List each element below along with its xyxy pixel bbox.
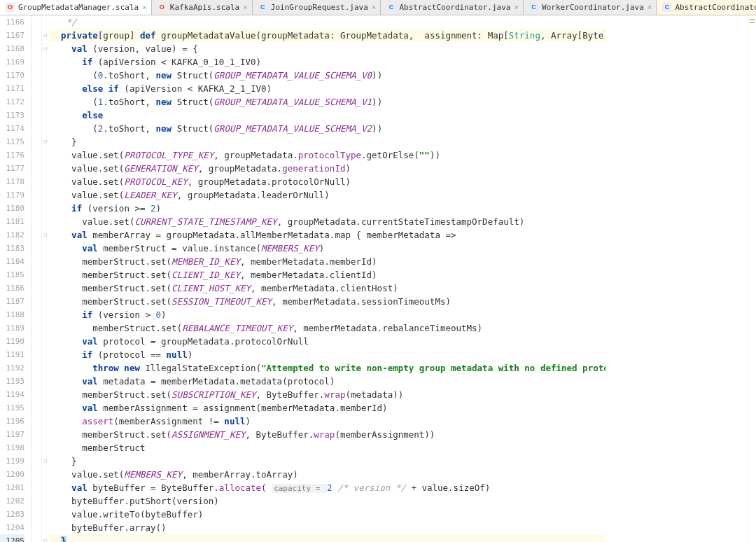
code-line[interactable]: memberStruct.set(CLIENT_HOST_KEY, member… — [49, 282, 748, 295]
line-number[interactable]: 1179 — [0, 188, 24, 202]
code-line[interactable]: memberStruct.set(ASSIGNMENT_KEY, ByteBuf… — [49, 428, 748, 441]
code-line[interactable]: val protocol = groupMetadata.protocolOrN… — [49, 335, 748, 348]
line-number[interactable]: 1194 — [0, 388, 24, 401]
tab-joingrouprequest-java[interactable]: CJoinGroupRequest.java× — [253, 0, 382, 15]
close-icon[interactable]: × — [648, 3, 652, 12]
code-line[interactable]: memberStruct.set(SUBSCRIPTION_KEY, ByteB… — [49, 388, 748, 401]
code-line[interactable]: (2.toShort, new Struct(GROUP_METADATA_VA… — [49, 122, 748, 135]
close-icon[interactable]: × — [514, 3, 519, 12]
code-line[interactable]: val (version, value) = { — [49, 42, 748, 55]
tab-workercoordinator-java[interactable]: CWorkerCoordinator.java× — [524, 0, 657, 15]
code-line[interactable]: value.set(LEADER_KEY, groupMetadata.lead… — [49, 188, 748, 202]
code-line[interactable]: value.set(CURRENT_STATE_TIMESTAMP_KEY, g… — [49, 215, 748, 228]
code-line[interactable]: } — [49, 135, 748, 148]
line-number[interactable]: 1169 — [0, 55, 24, 69]
code-line[interactable]: memberStruct.set(SESSION_TIMEOUT_KEY, me… — [49, 295, 748, 308]
java-file-icon: C — [529, 3, 538, 12]
line-number[interactable]: 1185 — [0, 268, 24, 282]
code-line[interactable]: if (version > 0) — [49, 308, 748, 321]
code-line[interactable]: throw new IllegalStateException("Attempt… — [49, 361, 748, 375]
line-number[interactable]: 1193 — [0, 375, 24, 388]
tab-abstractcoordinator-java[interactable]: CAbstractCoordinator.java× — [381, 0, 524, 15]
code-line[interactable]: value.set(PROTOCOL_KEY, groupMetadata.pr… — [49, 175, 748, 188]
code-line[interactable]: memberStruct.set(REBALANCE_TIMEOUT_KEY, … — [49, 321, 748, 335]
code-line[interactable]: else if (apiVersion < KAFKA_2_1_IV0) — [49, 82, 748, 95]
code-line[interactable]: memberStruct.set(MEMBER_ID_KEY, memberMe… — [49, 255, 748, 268]
line-number[interactable]: 1184 — [0, 255, 24, 268]
code-line[interactable]: byteBuffer.putShort(version) — [49, 494, 748, 508]
line-number[interactable]: 1172 — [0, 95, 24, 109]
code-line[interactable]: if (apiVersion < KAFKA_0_10_1_IV0) — [49, 55, 748, 69]
line-number[interactable]: 1202 — [0, 494, 24, 508]
code-line[interactable]: } — [49, 534, 748, 542]
line-number[interactable]: 1190 — [0, 335, 24, 348]
tab-abstractcoordinatortest-java[interactable]: CAbstractCoordinatorTest.java× — [657, 0, 756, 15]
code-line[interactable]: assert(memberAssignment != null) — [49, 415, 748, 428]
close-icon[interactable]: × — [142, 3, 147, 12]
code-line[interactable]: value.writeTo(byteBuffer) — [49, 508, 748, 521]
line-number[interactable]: 1199 — [0, 454, 24, 468]
tab-groupmetadatamanager-scala[interactable]: OGroupMetadataManager.scala× — [0, 0, 152, 15]
code-line[interactable]: value.set(GENERATION_KEY, groupMetadata.… — [49, 162, 748, 175]
line-number[interactable]: 1177 — [0, 162, 24, 175]
tab-kafkaapis-scala[interactable]: OKafkaApis.scala× — [152, 0, 253, 15]
fold-column[interactable]: ⊟⊟⊟⊟⊟⊟ — [42, 15, 49, 542]
line-number[interactable]: 1189 — [0, 321, 24, 335]
code-line[interactable]: val memberStruct = value.instance(MEMBER… — [49, 242, 748, 255]
line-number[interactable]: 1166 — [0, 15, 24, 29]
code-line[interactable]: val byteBuffer = ByteBuffer.allocate( ca… — [49, 481, 748, 494]
code-line[interactable]: val metadata = memberMetadata.metadata(p… — [49, 375, 748, 388]
line-number[interactable]: 1201 — [0, 481, 24, 494]
code-line[interactable]: private[group] def groupMetadataValue(gr… — [49, 29, 748, 42]
code-line[interactable]: else — [49, 109, 748, 122]
line-number[interactable]: 1205 — [0, 534, 24, 542]
line-number[interactable]: 1183 — [0, 242, 24, 255]
code-line[interactable]: memberStruct — [49, 441, 748, 454]
code-line[interactable]: */ — [49, 15, 748, 29]
close-icon[interactable]: × — [243, 3, 248, 12]
line-number[interactable]: 1180 — [0, 202, 24, 215]
breakpoint-column[interactable] — [32, 15, 42, 542]
java-file-icon: C — [258, 3, 267, 12]
code-line[interactable]: (1.toShort, new Struct(GROUP_METADATA_VA… — [49, 95, 748, 109]
line-number[interactable]: 1203 — [0, 508, 24, 521]
line-number[interactable]: 1178 — [0, 175, 24, 188]
line-number[interactable]: 1204 — [0, 521, 24, 534]
line-number[interactable]: 1176 — [0, 148, 24, 162]
line-number[interactable]: 1188 — [0, 308, 24, 321]
code-area[interactable]: */ private[group] def groupMetadataValue… — [49, 15, 748, 542]
line-number[interactable]: 1167 — [0, 29, 24, 42]
code-line[interactable]: } — [49, 454, 748, 468]
line-number[interactable]: 1181 — [0, 215, 24, 228]
code-line[interactable]: if (version >= 2) — [49, 202, 748, 215]
line-number[interactable]: 1168 — [0, 42, 24, 55]
line-number[interactable]: 1171 — [0, 82, 24, 95]
line-number[interactable]: 1198 — [0, 441, 24, 454]
line-number[interactable]: 1187 — [0, 295, 24, 308]
editor-tabs[interactable]: OGroupMetadataManager.scala×OKafkaApis.s… — [0, 0, 756, 15]
editor-body: 1166116711681169117011711172117311741175… — [0, 15, 756, 542]
code-line[interactable]: if (protocol == null) — [49, 348, 748, 361]
code-line[interactable]: value.set(MEMBERS_KEY, memberArray.toArr… — [49, 468, 748, 481]
line-number[interactable]: 1170 — [0, 69, 24, 82]
line-number[interactable]: 1195 — [0, 401, 24, 415]
code-line[interactable]: byteBuffer.array() — [49, 521, 748, 534]
line-number[interactable]: 1175 — [0, 135, 24, 148]
line-number[interactable]: 1197 — [0, 428, 24, 441]
code-line[interactable]: memberStruct.set(CLIENT_ID_KEY, memberMe… — [49, 268, 748, 282]
code-line[interactable]: value.set(PROTOCOL_TYPE_KEY, groupMetada… — [49, 148, 748, 162]
line-number[interactable]: 1192 — [0, 361, 24, 375]
code-line[interactable]: val memberAssignment = assignment(member… — [49, 401, 748, 415]
line-number[interactable]: 1196 — [0, 415, 24, 428]
line-number[interactable]: 1186 — [0, 282, 24, 295]
code-line[interactable]: val memberArray = groupMetadata.allMembe… — [49, 228, 748, 242]
error-stripe[interactable] — [748, 15, 756, 542]
code-line[interactable]: (0.toShort, new Struct(GROUP_METADATA_VA… — [49, 69, 748, 82]
line-number[interactable]: 1174 — [0, 122, 24, 135]
close-icon[interactable]: × — [372, 3, 377, 12]
line-number[interactable]: 1191 — [0, 348, 24, 361]
line-number[interactable]: 1173 — [0, 109, 24, 122]
line-number[interactable]: 1200 — [0, 468, 24, 481]
line-number-gutter[interactable]: 1166116711681169117011711172117311741175… — [0, 15, 32, 542]
line-number[interactable]: 1182 — [0, 228, 24, 242]
